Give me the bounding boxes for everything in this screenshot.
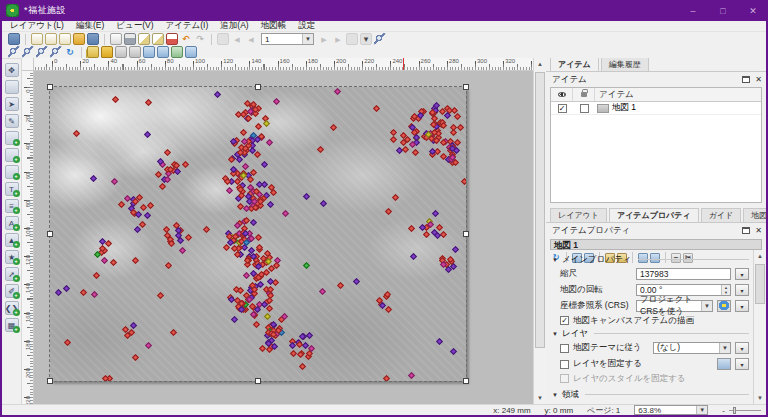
chevron-down-icon[interactable]: ▼ — [719, 343, 730, 353]
tab-item-properties[interactable]: アイテムプロパティ — [609, 208, 699, 222]
data-defined-override-icon[interactable]: ▾ — [735, 268, 749, 280]
select-crs-icon[interactable] — [717, 300, 731, 312]
menu-atlas[interactable]: 地図帳 — [261, 20, 287, 32]
group-items-icon[interactable] — [87, 46, 99, 58]
selection-handle-se[interactable] — [463, 378, 469, 384]
scroll-up-icon[interactable]: ▲ — [534, 58, 546, 70]
duplicate-layout-icon[interactable] — [45, 33, 57, 45]
atlas-next-icon[interactable]: ▶ — [318, 33, 330, 45]
item-row[interactable]: ✓地図 1 — [551, 102, 761, 115]
atlas-first-icon[interactable]: ◀ — [231, 33, 243, 45]
menu-edit[interactable]: 編集(E) — [76, 20, 104, 32]
tab-atlas[interactable]: 地図帳 — [743, 208, 766, 222]
atlas-settings-icon[interactable] — [374, 33, 386, 45]
lower-items-icon[interactable] — [157, 46, 169, 58]
map-theme-combo[interactable]: (なし) ▼ — [653, 342, 731, 354]
add-arrow-tool[interactable]: ➚+ — [5, 267, 19, 281]
save-project-icon[interactable] — [8, 33, 20, 45]
add-map-tool[interactable]: + — [5, 148, 19, 162]
zoom-slider[interactable]: - — [722, 406, 761, 415]
close-button[interactable]: ✕ — [738, 0, 768, 21]
menu-item[interactable]: アイテム(I) — [165, 20, 208, 32]
add-shape-tool[interactable]: ▲+ — [5, 233, 19, 247]
add-html-tool[interactable]: ❮❯+ — [5, 301, 19, 315]
data-defined-override-icon[interactable]: ▾ — [735, 342, 749, 354]
print-atlas-icon[interactable] — [346, 33, 358, 45]
undo-icon[interactable]: ↶ — [180, 33, 192, 45]
zoom-level-combo[interactable]: 63.8% ▼ — [634, 405, 708, 415]
scrollbar-thumb[interactable] — [535, 72, 545, 348]
select-move-item-tool[interactable]: ➤ — [5, 97, 19, 111]
scroll-down-icon[interactable]: ▼ — [534, 392, 546, 404]
print-icon[interactable] — [124, 33, 136, 45]
layout-manager-icon[interactable] — [59, 33, 71, 45]
add-page-tool[interactable]: + — [5, 131, 19, 145]
selection-handle-e[interactable] — [463, 231, 469, 237]
properties-scrollbar[interactable]: ▲ ▼ — [753, 250, 766, 404]
tab-guides[interactable]: ガイド — [701, 208, 742, 222]
add-marker-tool[interactable]: ★+ — [5, 250, 19, 264]
scrollbar-thumb[interactable] — [755, 264, 765, 304]
layers-group[interactable]: ▼ レイヤ — [552, 327, 749, 340]
layout-canvas[interactable] — [34, 71, 533, 404]
open-folder-icon[interactable] — [73, 33, 85, 45]
export-atlas-icon[interactable]: ▾ — [360, 33, 372, 45]
add-attribute-table-tool[interactable]: ▦+ — [5, 318, 19, 332]
selection-handle-s[interactable] — [255, 378, 261, 384]
distribute-items-icon[interactable] — [185, 46, 197, 58]
export-image-icon[interactable] — [138, 33, 150, 45]
ungroup-items-icon[interactable] — [115, 46, 127, 58]
menu-settings[interactable]: 設定 — [298, 20, 315, 32]
atlas-preview-icon[interactable] — [217, 33, 229, 45]
chevron-down-icon[interactable]: ▼ — [696, 406, 707, 414]
maximize-button[interactable]: □ — [708, 0, 738, 21]
refresh-view-icon[interactable]: ↻ — [64, 46, 76, 58]
tab-layout[interactable]: レイアウト — [550, 208, 607, 222]
add-north-arrow-tool[interactable]: A+ — [5, 216, 19, 230]
export-svg-icon[interactable] — [152, 33, 164, 45]
lock-items-icon[interactable] — [101, 46, 113, 58]
tab-undo-history[interactable]: 編集履歴 — [601, 58, 649, 71]
tab-items[interactable]: アイテム — [550, 58, 599, 71]
zoom-actual-icon[interactable] — [36, 46, 48, 58]
chevron-down-icon[interactable]: ▼ — [701, 301, 712, 311]
data-defined-override-icon[interactable]: ▾ — [735, 358, 749, 370]
data-defined-override-icon[interactable]: ▾ — [735, 284, 749, 296]
selection-handle-ne[interactable] — [463, 84, 469, 90]
data-defined-override-icon[interactable]: ▾ — [735, 300, 749, 312]
zoom-out-icon[interactable] — [22, 46, 34, 58]
scale-input[interactable]: 137983 — [636, 268, 731, 280]
item-label[interactable]: 地図 1 — [612, 102, 636, 114]
selection-handle-nw[interactable] — [47, 84, 53, 90]
float-panel-icon[interactable] — [742, 76, 750, 83]
canvas-vertical-scrollbar[interactable]: ▲ ▼ — [533, 58, 546, 404]
extent-group[interactable]: ▼ 領域 — [552, 388, 749, 401]
add-legend-tool[interactable]: ≡+ — [5, 199, 19, 213]
atlas-prev-icon[interactable]: ◀ — [245, 33, 257, 45]
slider-thumb[interactable] — [733, 407, 736, 414]
float-panel-icon[interactable] — [742, 227, 750, 234]
unlock-items-icon[interactable] — [129, 46, 141, 58]
minimize-button[interactable]: – — [678, 0, 708, 21]
align-items-icon[interactable] — [171, 46, 183, 58]
copy-layers-icon[interactable] — [717, 358, 731, 370]
raise-items-icon[interactable] — [143, 46, 155, 58]
pan-tool[interactable]: ✥ — [5, 63, 19, 77]
spinner-arrows[interactable]: ▲▼ — [721, 285, 730, 295]
new-layout-icon[interactable] — [31, 33, 43, 45]
follow-map-theme-checkbox[interactable] — [560, 344, 569, 353]
chevron-down-icon[interactable]: ▼ — [302, 34, 313, 44]
atlas-last-icon[interactable]: ▶ — [332, 33, 344, 45]
menu-view[interactable]: ビュー(V) — [116, 20, 153, 32]
selection-handle-n[interactable] — [255, 84, 261, 90]
edit-nodes-tool[interactable]: ✎ — [5, 114, 19, 128]
add-node-item-tool[interactable]: ✐+ — [5, 284, 19, 298]
add-picture-tool[interactable]: + — [5, 165, 19, 179]
redo-icon[interactable]: ↷ — [194, 33, 206, 45]
scroll-up-icon[interactable]: ▲ — [754, 250, 766, 262]
lock-checkbox[interactable] — [580, 104, 589, 113]
atlas-page-combo[interactable]: 1▼ — [261, 33, 314, 45]
lock-layers-checkbox[interactable] — [560, 360, 569, 369]
save-as-template-icon[interactable] — [87, 33, 99, 45]
crs-combo[interactable]: プロジェクトCRSを使う ▼ — [636, 300, 713, 312]
